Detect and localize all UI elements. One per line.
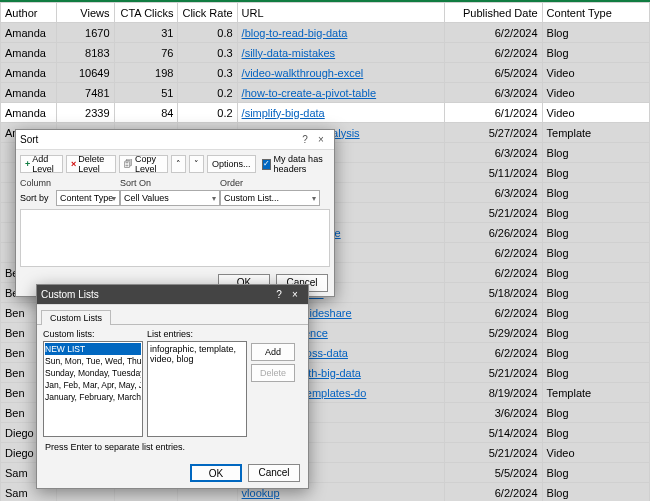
cell[interactable]: 5/5/2024 (444, 463, 542, 483)
list-item[interactable]: Jan, Feb, Mar, Apr, May, Jun, J (45, 379, 141, 391)
cell[interactable]: 6/2/2024 (444, 483, 542, 502)
cell[interactable]: Template (542, 383, 649, 403)
cell[interactable]: 8183 (56, 43, 114, 63)
sort-levels-area[interactable] (20, 209, 330, 267)
cell[interactable]: Amanda (1, 43, 57, 63)
header-views[interactable]: Views (56, 3, 114, 23)
cell[interactable]: Amanda (1, 63, 57, 83)
cell[interactable]: Blog (542, 243, 649, 263)
header-rate[interactable]: Click Rate (178, 3, 237, 23)
cell[interactable]: 6/2/2024 (444, 303, 542, 323)
cell[interactable]: 31 (114, 23, 178, 43)
header-cta[interactable]: CTA Clicks (114, 3, 178, 23)
list-item[interactable]: Sun, Mon, Tue, Wed, Thu, Fri, (45, 355, 141, 367)
cell[interactable]: /how-to-create-a-pivot-table (237, 83, 444, 103)
cell[interactable]: Blog (542, 483, 649, 502)
url-link[interactable]: /blog-to-read-big-data (242, 27, 348, 39)
cell[interactable]: 6/2/2024 (444, 343, 542, 363)
cell[interactable]: Blog (542, 143, 649, 163)
sort-column-select[interactable]: Content Type (56, 190, 120, 206)
cell[interactable]: 5/29/2024 (444, 323, 542, 343)
headers-checkbox[interactable]: ✓ My data has headers (262, 154, 330, 174)
options-button[interactable]: Options... (207, 155, 256, 173)
sort-order-select[interactable]: Custom List... (220, 190, 320, 206)
cell[interactable]: Blog (542, 323, 649, 343)
cell[interactable]: 1670 (56, 23, 114, 43)
help-icon[interactable]: ? (298, 134, 312, 145)
cell[interactable]: 0.8 (178, 23, 237, 43)
cell[interactable]: Blog (542, 263, 649, 283)
cell[interactable]: 51 (114, 83, 178, 103)
cell[interactable]: 10649 (56, 63, 114, 83)
url-link[interactable]: /how-to-create-a-pivot-table (242, 87, 377, 99)
delete-button[interactable]: Delete (251, 364, 295, 382)
cell[interactable]: 5/21/2024 (444, 203, 542, 223)
cell[interactable]: 6/2/2024 (444, 43, 542, 63)
cell[interactable]: Blog (542, 163, 649, 183)
cell[interactable]: /blog-to-read-big-data (237, 23, 444, 43)
cell[interactable]: Video (542, 63, 649, 83)
cell[interactable]: 0.2 (178, 103, 237, 123)
cell[interactable]: 0.2 (178, 83, 237, 103)
close-icon[interactable]: × (286, 289, 304, 300)
cell[interactable]: 2339 (56, 103, 114, 123)
table-row[interactable]: Amanda1670310.8/blog-to-read-big-data6/2… (1, 23, 650, 43)
header-type[interactable]: Content Type (542, 3, 649, 23)
cell[interactable]: 5/11/2024 (444, 163, 542, 183)
cell[interactable]: /video-walkthrough-excel (237, 63, 444, 83)
cell[interactable]: Blog (542, 423, 649, 443)
cell[interactable]: Blog (542, 403, 649, 423)
move-up-button[interactable]: ˄ (171, 155, 186, 173)
url-link[interactable]: /silly-data-mistakes (242, 47, 336, 59)
cell[interactable]: 6/2/2024 (444, 243, 542, 263)
table-row[interactable]: Amanda8183760.3/silly-data-mistakes6/2/2… (1, 43, 650, 63)
cell[interactable]: 6/3/2024 (444, 183, 542, 203)
cell[interactable]: Amanda (1, 23, 57, 43)
cell[interactable]: /simplify-big-data (237, 103, 444, 123)
header-url[interactable]: URL (237, 3, 444, 23)
cell[interactable]: 5/18/2024 (444, 283, 542, 303)
cell[interactable]: Blog (542, 363, 649, 383)
cell[interactable]: Video (542, 103, 649, 123)
cell[interactable]: /silly-data-mistakes (237, 43, 444, 63)
list-item[interactable]: NEW LIST (45, 343, 141, 355)
list-entries-textarea[interactable]: infographic, template, video, blog (147, 341, 247, 437)
cell[interactable]: 5/27/2024 (444, 123, 542, 143)
cell[interactable]: 7481 (56, 83, 114, 103)
cell[interactable]: Blog (542, 343, 649, 363)
cell[interactable]: 6/2/2024 (444, 263, 542, 283)
cell[interactable]: Blog (542, 23, 649, 43)
cell[interactable]: 6/1/2024 (444, 103, 542, 123)
cell[interactable]: 6/5/2024 (444, 63, 542, 83)
cell[interactable]: Blog (542, 223, 649, 243)
cell[interactable]: Template (542, 123, 649, 143)
cell[interactable]: 5/21/2024 (444, 363, 542, 383)
move-down-button[interactable]: ˅ (189, 155, 204, 173)
cell[interactable]: Blog (542, 283, 649, 303)
copy-level-button[interactable]: 🗐Copy Level (119, 155, 168, 173)
cell[interactable]: Blog (542, 183, 649, 203)
delete-level-button[interactable]: ×Delete Level (66, 155, 116, 173)
header-date[interactable]: Published Date (444, 3, 542, 23)
list-item[interactable]: Sunday, Monday, Tuesday, We (45, 367, 141, 379)
list-item[interactable]: January, February, March, Apri (45, 391, 141, 403)
cell[interactable]: 5/14/2024 (444, 423, 542, 443)
cell[interactable]: Blog (542, 303, 649, 323)
cell[interactable]: Amanda (1, 83, 57, 103)
cell[interactable]: Blog (542, 463, 649, 483)
cell[interactable]: 3/6/2024 (444, 403, 542, 423)
cell[interactable]: 6/3/2024 (444, 143, 542, 163)
cell[interactable]: Amanda (1, 103, 57, 123)
cell[interactable]: 0.3 (178, 63, 237, 83)
cell[interactable]: 5/21/2024 (444, 443, 542, 463)
url-link[interactable]: /video-walkthrough-excel (242, 67, 364, 79)
cell[interactable]: Blog (542, 43, 649, 63)
cell[interactable]: Blog (542, 203, 649, 223)
cell[interactable]: 0.3 (178, 43, 237, 63)
table-row[interactable]: Amanda2339840.2/simplify-big-data6/1/202… (1, 103, 650, 123)
cell[interactable]: Video (542, 83, 649, 103)
close-icon[interactable]: × (312, 134, 330, 145)
cell[interactable]: 6/2/2024 (444, 23, 542, 43)
table-row[interactable]: Amanda106491980.3/video-walkthrough-exce… (1, 63, 650, 83)
help-icon[interactable]: ? (272, 289, 286, 300)
